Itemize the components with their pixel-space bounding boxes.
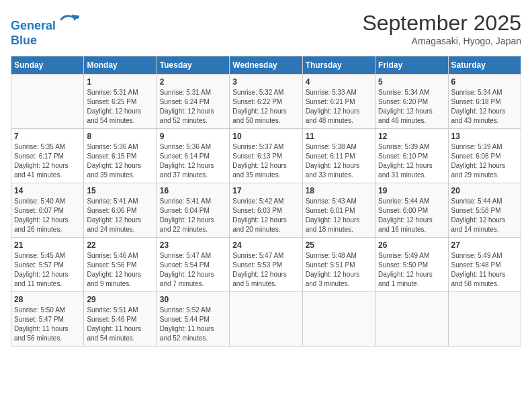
- day-info: Sunrise: 5:36 AM Sunset: 6:14 PM Dayligh…: [160, 142, 226, 180]
- calendar-cell: 12Sunrise: 5:39 AM Sunset: 6:10 PM Dayli…: [375, 129, 448, 183]
- weekday-header-friday: Friday: [375, 56, 448, 75]
- day-info: Sunrise: 5:41 AM Sunset: 6:04 PM Dayligh…: [160, 197, 226, 234]
- calendar-cell: 26Sunrise: 5:49 AM Sunset: 5:50 PM Dayli…: [375, 238, 448, 292]
- day-info: Sunrise: 5:37 AM Sunset: 6:13 PM Dayligh…: [232, 142, 299, 180]
- day-info: Sunrise: 5:46 AM Sunset: 5:56 PM Dayligh…: [87, 251, 153, 289]
- day-info: Sunrise: 5:32 AM Sunset: 6:22 PM Dayligh…: [232, 88, 299, 126]
- day-number: 15: [87, 186, 153, 195]
- calendar-cell: 15Sunrise: 5:41 AM Sunset: 6:06 PM Dayli…: [84, 183, 157, 238]
- day-number: 20: [451, 186, 518, 195]
- calendar-cell: 24Sunrise: 5:47 AM Sunset: 5:53 PM Dayli…: [230, 238, 302, 292]
- calendar-cell: 18Sunrise: 5:43 AM Sunset: 6:01 PM Dayli…: [302, 183, 375, 238]
- day-number: 7: [14, 132, 81, 141]
- day-number: 24: [232, 240, 299, 250]
- weekday-header-sunday: Sunday: [11, 56, 84, 75]
- day-info: Sunrise: 5:50 AM Sunset: 5:47 PM Dayligh…: [14, 306, 81, 343]
- day-info: Sunrise: 5:49 AM Sunset: 5:50 PM Dayligh…: [378, 251, 445, 289]
- calendar-cell: 27Sunrise: 5:49 AM Sunset: 5:48 PM Dayli…: [448, 238, 521, 292]
- day-number: 12: [378, 132, 445, 141]
- day-number: 18: [306, 186, 372, 195]
- day-info: Sunrise: 5:42 AM Sunset: 6:03 PM Dayligh…: [232, 197, 299, 234]
- calendar-table: SundayMondayTuesdayWednesdayThursdayFrid…: [11, 56, 521, 347]
- calendar-cell: 30Sunrise: 5:52 AM Sunset: 5:44 PM Dayli…: [157, 292, 229, 347]
- day-info: Sunrise: 5:40 AM Sunset: 6:07 PM Dayligh…: [14, 197, 81, 234]
- day-info: Sunrise: 5:38 AM Sunset: 6:11 PM Dayligh…: [306, 142, 372, 180]
- day-number: 8: [87, 132, 153, 141]
- logo: General Blue: [11, 11, 79, 48]
- logo-general: General: [11, 19, 56, 32]
- day-number: 4: [306, 77, 372, 87]
- weekday-header-wednesday: Wednesday: [230, 56, 302, 75]
- week-row-5: 28Sunrise: 5:50 AM Sunset: 5:47 PM Dayli…: [11, 292, 521, 347]
- calendar-cell: 8Sunrise: 5:36 AM Sunset: 6:15 PM Daylig…: [84, 129, 157, 183]
- day-info: Sunrise: 5:34 AM Sunset: 6:18 PM Dayligh…: [451, 88, 518, 126]
- day-number: 19: [378, 186, 445, 195]
- day-number: 10: [232, 132, 299, 141]
- calendar-cell: 16Sunrise: 5:41 AM Sunset: 6:04 PM Dayli…: [157, 183, 229, 238]
- calendar-cell: 17Sunrise: 5:42 AM Sunset: 6:03 PM Dayli…: [230, 183, 302, 238]
- weekday-header-saturday: Saturday: [448, 56, 521, 75]
- day-info: Sunrise: 5:36 AM Sunset: 6:15 PM Dayligh…: [87, 142, 153, 180]
- day-number: 21: [14, 240, 81, 250]
- day-number: 16: [160, 186, 226, 195]
- day-info: Sunrise: 5:39 AM Sunset: 6:08 PM Dayligh…: [451, 142, 518, 180]
- day-number: 1: [87, 77, 153, 87]
- page-header: General Blue September 2025 Amagasaki, H…: [11, 11, 521, 48]
- calendar-cell: 11Sunrise: 5:38 AM Sunset: 6:11 PM Dayli…: [302, 129, 375, 183]
- calendar-cell: 5Sunrise: 5:34 AM Sunset: 6:20 PM Daylig…: [375, 75, 448, 129]
- calendar-cell: 23Sunrise: 5:47 AM Sunset: 5:54 PM Dayli…: [157, 238, 229, 292]
- week-row-2: 7Sunrise: 5:35 AM Sunset: 6:17 PM Daylig…: [11, 129, 521, 183]
- day-number: 29: [87, 295, 153, 304]
- day-number: 28: [14, 295, 81, 304]
- day-number: 6: [451, 77, 518, 87]
- week-row-1: 1Sunrise: 5:31 AM Sunset: 6:25 PM Daylig…: [11, 75, 521, 129]
- calendar-cell: 4Sunrise: 5:33 AM Sunset: 6:21 PM Daylig…: [302, 75, 375, 129]
- day-number: 13: [451, 132, 518, 141]
- title-block: September 2025 Amagasaki, Hyogo, Japan: [362, 11, 521, 46]
- calendar-cell: 19Sunrise: 5:44 AM Sunset: 6:00 PM Dayli…: [375, 183, 448, 238]
- day-info: Sunrise: 5:45 AM Sunset: 5:57 PM Dayligh…: [14, 251, 81, 289]
- day-info: Sunrise: 5:44 AM Sunset: 5:58 PM Dayligh…: [451, 197, 518, 234]
- calendar-cell: 20Sunrise: 5:44 AM Sunset: 5:58 PM Dayli…: [448, 183, 521, 238]
- day-number: 5: [378, 77, 445, 87]
- calendar-cell: [230, 292, 302, 347]
- day-number: 27: [451, 240, 518, 250]
- calendar-cell: 21Sunrise: 5:45 AM Sunset: 5:57 PM Dayli…: [11, 238, 84, 292]
- calendar-cell: [302, 292, 375, 347]
- logo-blue: Blue: [11, 34, 79, 48]
- calendar-cell: [11, 75, 84, 129]
- week-row-3: 14Sunrise: 5:40 AM Sunset: 6:07 PM Dayli…: [11, 183, 521, 238]
- day-info: Sunrise: 5:34 AM Sunset: 6:20 PM Dayligh…: [378, 88, 445, 126]
- weekday-header-monday: Monday: [84, 56, 157, 75]
- day-number: 11: [306, 132, 372, 141]
- calendar-cell: 3Sunrise: 5:32 AM Sunset: 6:22 PM Daylig…: [230, 75, 302, 129]
- day-info: Sunrise: 5:33 AM Sunset: 6:21 PM Dayligh…: [306, 88, 372, 126]
- day-info: Sunrise: 5:41 AM Sunset: 6:06 PM Dayligh…: [87, 197, 153, 234]
- day-number: 9: [160, 132, 226, 141]
- day-number: 14: [14, 186, 81, 195]
- calendar-cell: 1Sunrise: 5:31 AM Sunset: 6:25 PM Daylig…: [84, 75, 157, 129]
- month-title: September 2025: [362, 11, 521, 36]
- day-info: Sunrise: 5:49 AM Sunset: 5:48 PM Dayligh…: [451, 251, 518, 289]
- calendar-cell: [375, 292, 448, 347]
- day-info: Sunrise: 5:51 AM Sunset: 5:46 PM Dayligh…: [87, 306, 153, 343]
- calendar-cell: 29Sunrise: 5:51 AM Sunset: 5:46 PM Dayli…: [84, 292, 157, 347]
- calendar-cell: 13Sunrise: 5:39 AM Sunset: 6:08 PM Dayli…: [448, 129, 521, 183]
- logo-icon: [60, 11, 79, 30]
- day-info: Sunrise: 5:31 AM Sunset: 6:25 PM Dayligh…: [87, 88, 153, 126]
- calendar-cell: 22Sunrise: 5:46 AM Sunset: 5:56 PM Dayli…: [84, 238, 157, 292]
- day-number: 30: [160, 295, 226, 304]
- day-number: 26: [378, 240, 445, 250]
- calendar-cell: 28Sunrise: 5:50 AM Sunset: 5:47 PM Dayli…: [11, 292, 84, 347]
- calendar-cell: 14Sunrise: 5:40 AM Sunset: 6:07 PM Dayli…: [11, 183, 84, 238]
- day-info: Sunrise: 5:39 AM Sunset: 6:10 PM Dayligh…: [378, 142, 445, 180]
- day-info: Sunrise: 5:44 AM Sunset: 6:00 PM Dayligh…: [378, 197, 445, 234]
- day-info: Sunrise: 5:43 AM Sunset: 6:01 PM Dayligh…: [306, 197, 372, 234]
- calendar-cell: 2Sunrise: 5:31 AM Sunset: 6:24 PM Daylig…: [157, 75, 229, 129]
- calendar-cell: [448, 292, 521, 347]
- weekday-header-thursday: Thursday: [302, 56, 375, 75]
- day-number: 25: [306, 240, 372, 250]
- day-number: 3: [232, 77, 299, 87]
- calendar-cell: 7Sunrise: 5:35 AM Sunset: 6:17 PM Daylig…: [11, 129, 84, 183]
- calendar-cell: 9Sunrise: 5:36 AM Sunset: 6:14 PM Daylig…: [157, 129, 229, 183]
